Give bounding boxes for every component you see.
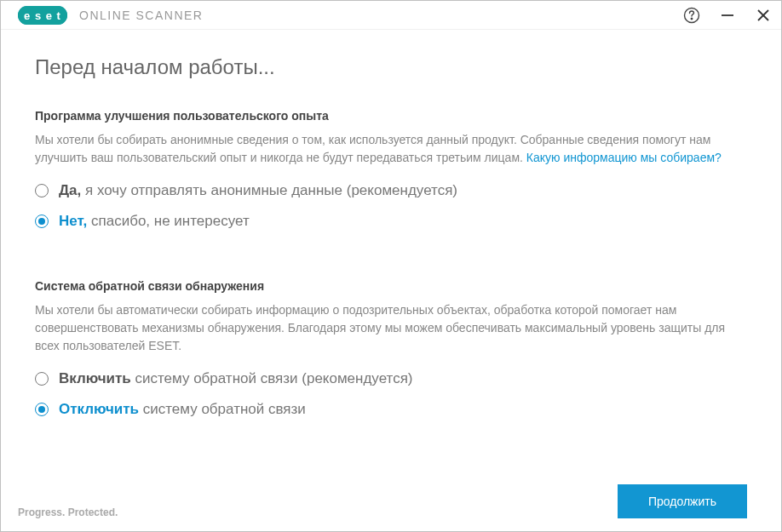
radio-label: Нет, спасибо, не интересует — [59, 213, 250, 230]
radio-label: Отключить систему обратной связи — [59, 401, 306, 418]
content-area: Перед началом работы... Программа улучше… — [1, 30, 781, 484]
svg-text:e s e t: e s e t — [24, 9, 61, 22]
section2-title: Система обратной связи обнаружения — [35, 279, 747, 293]
app-window: e s e t ONLINE SCANNER — [0, 0, 782, 532]
page-title: Перед началом работы... — [35, 55, 747, 79]
section1-title: Программа улучшения пользовательского оп… — [35, 109, 747, 123]
footer: Progress. Protected. Продолжить — [1, 484, 781, 531]
radio-yes-anonymous[interactable]: Да, я хочу отправлять анонимные данные (… — [35, 182, 747, 199]
section-feedback-system: Система обратной связи обнаружения Мы хо… — [35, 279, 747, 432]
radio-no-thanks[interactable]: Нет, спасибо, не интересует — [35, 213, 747, 230]
radio-disable-feedback[interactable]: Отключить систему обратной связи — [35, 401, 747, 418]
section2-desc-text: Мы хотели бы автоматически собирать инфо… — [35, 303, 725, 352]
close-icon[interactable] — [754, 6, 773, 25]
titlebar-left: e s e t ONLINE SCANNER — [18, 6, 203, 25]
help-icon[interactable] — [682, 6, 701, 25]
radio-icon — [35, 403, 49, 416]
radio-label: Да, я хочу отправлять анонимные данные (… — [59, 182, 457, 199]
minimize-icon[interactable] — [718, 6, 737, 25]
info-collected-link[interactable]: Какую информацию мы собираем? — [526, 151, 722, 164]
radio-label: Включить систему обратной связи (рекомен… — [59, 370, 413, 387]
continue-button[interactable]: Продолжить — [618, 484, 747, 518]
radio-icon — [35, 372, 49, 386]
tagline: Progress. Protected. — [18, 506, 118, 518]
radio-enable-feedback[interactable]: Включить систему обратной связи (рекомен… — [35, 370, 747, 387]
svg-point-4 — [691, 18, 693, 20]
section1-description: Мы хотели бы собирать анонимные сведения… — [35, 131, 747, 167]
titlebar-right — [682, 6, 773, 25]
radio-icon — [35, 184, 49, 197]
section2-description: Мы хотели бы автоматически собирать инфо… — [35, 301, 747, 355]
titlebar: e s e t ONLINE SCANNER — [1, 1, 781, 30]
product-name: ONLINE SCANNER — [79, 9, 203, 22]
eset-logo: e s e t — [18, 6, 67, 25]
section-customer-improvement: Программа улучшения пользовательского оп… — [35, 109, 747, 243]
radio-icon — [35, 215, 49, 228]
